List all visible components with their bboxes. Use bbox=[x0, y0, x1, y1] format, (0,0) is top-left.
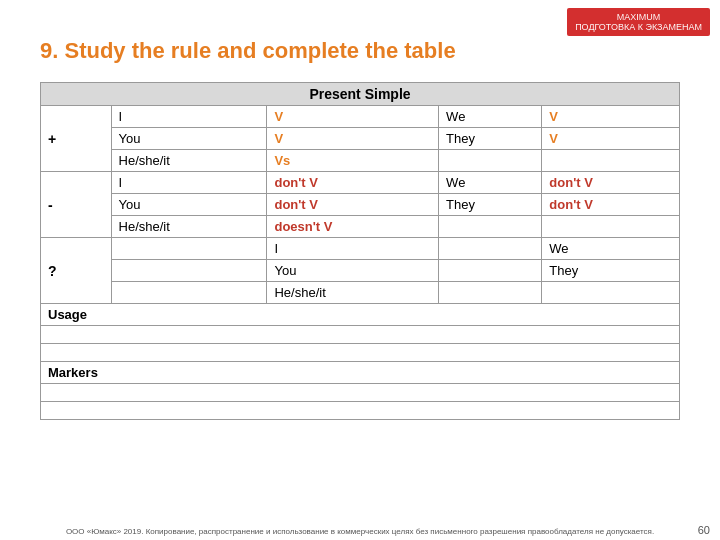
markers-cell: Markers bbox=[41, 362, 680, 384]
subject2-cell: We bbox=[439, 106, 542, 128]
verb2-cell bbox=[542, 282, 680, 304]
verb1-cell: He/she/it bbox=[267, 282, 439, 304]
subject2-cell bbox=[439, 150, 542, 172]
verb1-cell: I bbox=[267, 238, 439, 260]
table-row: YouThey bbox=[41, 260, 680, 282]
subject1-cell: I bbox=[111, 106, 267, 128]
table-row: -Idon't VWedon't V bbox=[41, 172, 680, 194]
subject1-cell bbox=[111, 260, 267, 282]
subject1-cell: He/she/it bbox=[111, 216, 267, 238]
sign-cell: - bbox=[41, 172, 112, 238]
table-row: Youdon't VTheydon't V bbox=[41, 194, 680, 216]
verb1-cell: Vs bbox=[267, 150, 439, 172]
footer-text: ООО «Юмакс» 2019. Копирование, распростр… bbox=[10, 527, 710, 536]
subject1-cell: You bbox=[111, 128, 267, 150]
verb1-cell: V bbox=[267, 106, 439, 128]
verb1-cell: don't V bbox=[267, 194, 439, 216]
subject1-cell bbox=[111, 282, 267, 304]
logo: MAXIMUM подготовка к экзаменам bbox=[567, 8, 710, 36]
table-row: He/she/itVs bbox=[41, 150, 680, 172]
table-row: +IVWeV bbox=[41, 106, 680, 128]
verb2-cell bbox=[542, 150, 680, 172]
page-number: 60 bbox=[698, 524, 710, 536]
verb2-cell: We bbox=[542, 238, 680, 260]
table-container: Present Simple +IVWeVYouVTheyVHe/she/itV… bbox=[40, 82, 680, 420]
usage-row: Usage bbox=[41, 304, 680, 326]
table-row: YouVTheyV bbox=[41, 128, 680, 150]
verb1-cell: doesn't V bbox=[267, 216, 439, 238]
subject2-cell bbox=[439, 282, 542, 304]
table-header-row: Present Simple bbox=[41, 83, 680, 106]
usage-cell: Usage bbox=[41, 304, 680, 326]
verb1-cell: don't V bbox=[267, 172, 439, 194]
table-row: ?IWe bbox=[41, 238, 680, 260]
markers-empty-row bbox=[41, 402, 680, 420]
subject2-cell: They bbox=[439, 128, 542, 150]
verb2-cell: They bbox=[542, 260, 680, 282]
subject2-cell bbox=[439, 216, 542, 238]
sign-cell: + bbox=[41, 106, 112, 172]
verb2-cell bbox=[542, 216, 680, 238]
logo-main: MAXIMUM bbox=[575, 12, 702, 22]
verb2-cell: V bbox=[542, 128, 680, 150]
verb1-cell: V bbox=[267, 128, 439, 150]
subject1-cell: He/she/it bbox=[111, 150, 267, 172]
subject2-cell bbox=[439, 238, 542, 260]
subject2-cell bbox=[439, 260, 542, 282]
subject2-cell: They bbox=[439, 194, 542, 216]
verb1-cell: You bbox=[267, 260, 439, 282]
table-header-cell: Present Simple bbox=[41, 83, 680, 106]
subject1-cell bbox=[111, 238, 267, 260]
subject2-cell: We bbox=[439, 172, 542, 194]
sign-cell: ? bbox=[41, 238, 112, 304]
usage-empty-row bbox=[41, 326, 680, 344]
subject1-cell: I bbox=[111, 172, 267, 194]
usage-empty-row bbox=[41, 344, 680, 362]
verb2-cell: don't V bbox=[542, 194, 680, 216]
markers-row: Markers bbox=[41, 362, 680, 384]
subject1-cell: You bbox=[111, 194, 267, 216]
page-title: 9. Study the rule and complete the table bbox=[40, 38, 456, 64]
verb2-cell: don't V bbox=[542, 172, 680, 194]
markers-empty-row bbox=[41, 384, 680, 402]
logo-sub: подготовка к экзаменам bbox=[575, 22, 702, 32]
table-row: He/she/itdoesn't V bbox=[41, 216, 680, 238]
present-simple-table: Present Simple +IVWeVYouVTheyVHe/she/itV… bbox=[40, 82, 680, 420]
table-row: He/she/it bbox=[41, 282, 680, 304]
verb2-cell: V bbox=[542, 106, 680, 128]
